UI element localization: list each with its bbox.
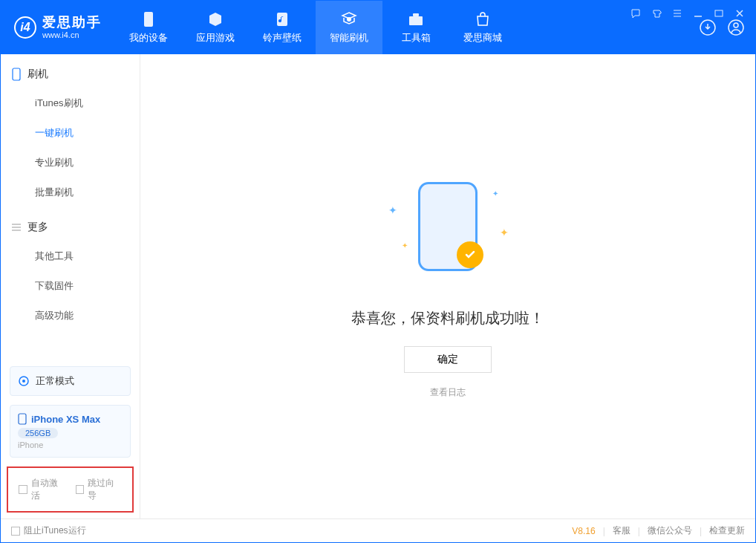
view-log-link[interactable]: 查看日志 — [430, 386, 466, 399]
tab-label: 我的设备 — [129, 31, 168, 45]
checkbox-box-icon — [19, 485, 27, 494]
skin-icon[interactable] — [650, 7, 663, 20]
nav-tabs: 我的设备 应用游戏 铃声壁纸 智能刷机 工具箱 爱思商城 — [115, 1, 516, 54]
download-button[interactable] — [699, 19, 717, 36]
sparkle-icon: ✦ — [388, 204, 397, 216]
app-title: 爱思助手 — [42, 16, 102, 30]
sidebar-item-pro-flash[interactable]: 专业刷机 — [1, 148, 140, 178]
success-message: 恭喜您，保资料刷机成功啦！ — [351, 308, 544, 328]
sparkle-icon: ✦ — [492, 189, 498, 198]
device-icon — [140, 10, 157, 28]
sidebar-item-batch-flash[interactable]: 批量刷机 — [1, 178, 140, 207]
svg-point-11 — [22, 380, 25, 383]
toolbox-icon — [407, 10, 425, 28]
checkbox-row-highlighted: 自动激活 跳过向导 — [7, 466, 134, 513]
device-name-label: iPhone XS Max — [31, 414, 100, 425]
svg-point-3 — [347, 17, 351, 22]
tab-label: 爱思商城 — [463, 31, 502, 45]
feedback-icon[interactable] — [629, 7, 642, 20]
phone-icon — [11, 68, 22, 81]
status-link-wechat[interactable]: 微信公众号 — [648, 524, 692, 537]
sidebar: 刷机 iTunes刷机 一键刷机 专业刷机 批量刷机 更多 其他工具 下载固件 … — [1, 54, 140, 518]
logo-icon: i4 — [14, 16, 36, 39]
tab-label: 工具箱 — [402, 31, 431, 45]
svg-rect-4 — [409, 16, 423, 25]
statusbar: 阻止iTunes运行 V8.16 | 客服 | 微信公众号 | 检查更新 — [1, 518, 755, 542]
tab-smart-flash[interactable]: 智能刷机 — [316, 1, 382, 54]
sidebar-item-download-firmware[interactable]: 下载固件 — [1, 271, 140, 301]
check-badge-icon — [457, 241, 483, 268]
main-content: ✦ ✦ ✦ ✦ 恭喜您，保资料刷机成功啦！ 确定 查看日志 — [140, 54, 755, 518]
tab-ringtones[interactable]: 铃声壁纸 — [249, 1, 316, 54]
tab-my-device[interactable]: 我的设备 — [115, 1, 182, 54]
checkbox-box-icon — [11, 527, 20, 536]
sidebar-item-other-tools[interactable]: 其他工具 — [1, 241, 140, 271]
checkbox-auto-activate[interactable]: 自动激活 — [19, 477, 65, 502]
sparkle-icon: ✦ — [402, 241, 408, 250]
device-small-icon — [18, 413, 27, 425]
svg-rect-0 — [715, 10, 723, 16]
checkbox-box-icon — [76, 485, 85, 494]
device-storage-badge: 256GB — [18, 428, 58, 438]
app-logo: i4 爱思助手 www.i4.cn — [1, 16, 115, 39]
refresh-icon — [340, 10, 358, 28]
menu-lines-icon — [11, 222, 22, 233]
mode-box[interactable]: 正常模式 — [10, 366, 131, 396]
titlebar-right — [699, 19, 755, 36]
checkbox-label: 跳过向导 — [88, 477, 122, 502]
tab-shop[interactable]: 爱思商城 — [449, 1, 516, 54]
svg-rect-1 — [144, 12, 153, 27]
music-icon — [273, 10, 291, 28]
svg-point-8 — [734, 23, 738, 27]
menu-icon[interactable] — [671, 7, 684, 20]
sidebar-item-itunes-flash[interactable]: iTunes刷机 — [1, 88, 140, 118]
checkbox-skip-guide[interactable]: 跳过向导 — [76, 477, 123, 502]
device-type-label: iPhone — [18, 440, 123, 449]
mode-label: 正常模式 — [36, 374, 74, 388]
tab-toolbox[interactable]: 工具箱 — [382, 1, 449, 54]
ok-button[interactable]: 确定 — [404, 346, 492, 373]
user-button[interactable] — [727, 19, 745, 36]
success-illustration: ✦ ✦ ✦ ✦ — [366, 175, 529, 293]
svg-rect-9 — [13, 68, 20, 80]
device-box[interactable]: iPhone XS Max 256GB iPhone — [10, 405, 131, 458]
svg-rect-12 — [19, 414, 26, 424]
svg-rect-2 — [277, 13, 287, 26]
checkbox-block-itunes[interactable]: 阻止iTunes运行 — [11, 524, 86, 537]
cube-icon — [206, 10, 224, 28]
tab-apps-games[interactable]: 应用游戏 — [182, 1, 249, 54]
section-label: 刷机 — [27, 68, 48, 81]
status-link-update[interactable]: 检查更新 — [709, 524, 745, 537]
sparkle-icon: ✦ — [500, 227, 509, 238]
status-link-support[interactable]: 客服 — [613, 524, 630, 537]
mode-icon — [18, 375, 30, 387]
tab-label: 应用游戏 — [196, 31, 235, 45]
sidebar-section-more: 更多 — [1, 207, 140, 241]
sidebar-section-flash: 刷机 — [1, 54, 140, 88]
section-label: 更多 — [27, 221, 48, 234]
tab-label: 智能刷机 — [330, 31, 368, 45]
app-url: www.i4.cn — [42, 30, 102, 39]
shop-icon — [474, 10, 492, 28]
version-label: V8.16 — [572, 526, 595, 536]
checkbox-label: 自动激活 — [31, 477, 65, 502]
sidebar-item-onekey-flash[interactable]: 一键刷机 — [1, 118, 140, 148]
tab-label: 铃声壁纸 — [263, 31, 302, 45]
sidebar-item-advanced[interactable]: 高级功能 — [1, 301, 140, 331]
checkbox-label: 阻止iTunes运行 — [24, 524, 86, 537]
svg-rect-5 — [413, 13, 419, 16]
